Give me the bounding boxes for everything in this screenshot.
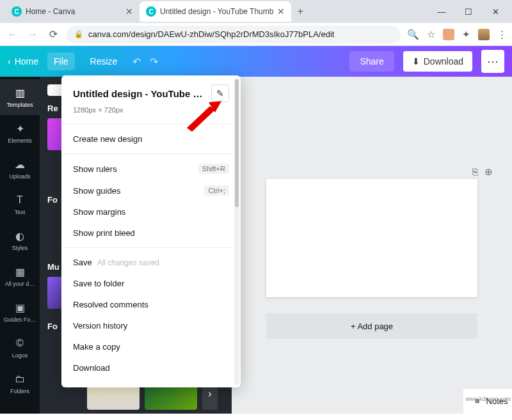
guides-icon: ▣ (13, 301, 26, 314)
menu-label: Make a copy (73, 342, 120, 352)
scrollbar[interactable] (234, 78, 239, 385)
design-dimensions: 1280px × 720px (73, 106, 229, 114)
menu-label: Save (73, 258, 92, 267)
menu-label: Save to folder (73, 279, 124, 288)
duplicate-page-icon[interactable]: ⎘ (472, 166, 478, 178)
menu-label: Create new design (73, 134, 142, 144)
more-button[interactable]: ⋯ (481, 50, 504, 73)
home-button[interactable]: ‹ Home (8, 56, 38, 66)
window-close-button[interactable]: ✕ (488, 7, 503, 17)
chevron-left-icon: ‹ (8, 56, 11, 66)
pencil-icon: ✎ (216, 88, 224, 98)
menu-label: Version history (73, 321, 127, 331)
menu-item-save-to-folder[interactable]: Save to folder (61, 273, 241, 294)
sidebar-label: All your d… (5, 281, 35, 287)
menu-item-make-copy[interactable]: Make a copy (61, 336, 241, 357)
url-input[interactable]: 🔒 canva.com/design/DAEwU-zhDiw/SQhp2rDrM… (67, 26, 401, 43)
sidebar-label: Templates (6, 102, 33, 108)
left-sidebar: ▥Templates ✦Elements ☁Uploads TText ◐Sty… (0, 77, 40, 414)
sidebar-item-folders[interactable]: 🗀Folders (0, 366, 40, 401)
design-canvas[interactable] (266, 179, 477, 297)
star-icon[interactable]: ☆ (427, 29, 435, 40)
add-page-icon[interactable]: ⊕ (484, 166, 493, 178)
new-tab-button[interactable]: + (291, 3, 309, 20)
sidebar-item-text[interactable]: TText (0, 187, 40, 222)
sidebar-item-styles[interactable]: ◐Styles (0, 222, 40, 258)
menu-label: Show margins (73, 207, 125, 217)
download-icon: ⬇ (412, 56, 420, 66)
url-text: canva.com/design/DAEwU-zhDiw/SQhp2rDrMD3… (88, 29, 334, 39)
menu-label: Resolved comments (73, 300, 148, 309)
shortcut: Ctrl+; (204, 185, 229, 196)
menu-item-show-margins[interactable]: Show margins (61, 201, 241, 222)
browser-tab-design[interactable]: C Untitled design - YouTube Thumb ✕ (140, 1, 291, 22)
file-menu-button[interactable]: File (47, 52, 75, 70)
sidebar-label: Styles (12, 245, 28, 251)
maximize-button[interactable]: ☐ (461, 7, 476, 17)
address-bar-row: ← → ⟳ 🔒 canva.com/design/DAEwU-zhDiw/SQh… (0, 23, 512, 46)
browser-tabs: C Home - Canva ✕ C Untitled design - You… (0, 0, 512, 23)
tab-title: Home - Canva (26, 7, 75, 16)
window-controls: — ☐ ✕ (434, 7, 512, 17)
save-status: All changes saved (97, 258, 159, 267)
sidebar-label: Text (15, 209, 26, 215)
templates-icon: ▥ (13, 86, 26, 99)
sidebar-item-uploads[interactable]: ☁Uploads (0, 151, 40, 187)
menu-item-save[interactable]: SaveAll changes saved (61, 252, 241, 273)
menu-item-show-guides[interactable]: Show guidesCtrl+; (61, 180, 241, 201)
menu-label: Show guides (73, 186, 120, 196)
undo-button[interactable]: ↶ (132, 56, 141, 68)
menu-item-create-new[interactable]: Create new design (61, 128, 241, 150)
menu-label: Show print bleed (73, 228, 135, 238)
forward-button[interactable]: → (26, 27, 40, 42)
menu-item-show-rulers[interactable]: Show rulersShift+R (61, 158, 241, 180)
sidebar-label: Uploads (9, 173, 30, 180)
reload-button[interactable]: ⟳ (46, 27, 60, 42)
canva-favicon: C (146, 6, 156, 17)
extensions-puzzle-icon[interactable]: ✦ (462, 29, 470, 40)
resize-button[interactable]: Resize (84, 52, 124, 70)
redo-button[interactable]: ↷ (150, 56, 158, 68)
text-icon: T (13, 194, 26, 206)
sidebar-item-elements[interactable]: ✦Elements (0, 115, 40, 151)
back-button[interactable]: ← (5, 27, 19, 42)
close-icon[interactable]: ✕ (277, 6, 285, 17)
menu-item-resolved-comments[interactable]: Resolved comments (61, 294, 241, 315)
sidebar-item-all-designs[interactable]: ▦All your d… (0, 258, 40, 294)
add-page-button[interactable]: + Add page (266, 313, 477, 339)
canvas-area: ⎘ ⊕ + Add page ≡ Notes 30% 1 ⛶ ? (232, 77, 512, 414)
sidebar-item-templates[interactable]: ▥Templates (0, 79, 40, 115)
sidebar-item-logos[interactable]: ©Logos (0, 330, 40, 366)
browser-tab-canva-home[interactable]: C Home - Canva ✕ (5, 1, 140, 22)
folder-icon: 🗀 (13, 373, 26, 385)
download-label: Download (424, 56, 463, 66)
menu-label: Download (73, 363, 110, 373)
menu-label: Show rulers (73, 164, 117, 174)
sidebar-label: Folders (10, 388, 29, 394)
elements-icon: ✦ (13, 122, 26, 135)
sidebar-label: Elements (8, 137, 32, 144)
uploads-icon: ☁ (13, 158, 26, 171)
styles-icon: ◐ (13, 229, 26, 242)
sidebar-item-guides[interactable]: ▣Guides Fo… (0, 294, 40, 330)
close-icon[interactable]: ✕ (125, 6, 133, 17)
tab-title: Untitled design - YouTube Thumb (160, 7, 273, 16)
sidebar-label: Logos (12, 352, 28, 359)
menu-item-version-history[interactable]: Version history (61, 315, 241, 336)
minimize-button[interactable]: — (434, 7, 449, 17)
edit-title-button[interactable]: ✎ (211, 84, 229, 102)
sidebar-label: Guides Fo… (4, 316, 36, 323)
chrome-menu-icon[interactable]: ⋮ (497, 29, 507, 40)
menu-item-download[interactable]: Download (61, 357, 241, 378)
menu-item-show-print-bleed[interactable]: Show print bleed (61, 222, 241, 244)
share-button[interactable]: Share (349, 51, 394, 72)
search-icon[interactable]: 🔍 (407, 29, 419, 40)
file-menu-dropdown: Untitled design - YouTube … ✎ 1280px × 7… (61, 75, 241, 387)
extension-icon[interactable] (443, 29, 454, 40)
download-button[interactable]: ⬇ Download (403, 51, 472, 72)
lock-icon: 🔒 (74, 30, 83, 38)
design-title: Untitled design - YouTube … (73, 88, 203, 99)
profile-avatar-icon[interactable] (478, 29, 490, 40)
home-label: Home (15, 56, 38, 66)
shortcut: Shift+R (198, 164, 229, 174)
